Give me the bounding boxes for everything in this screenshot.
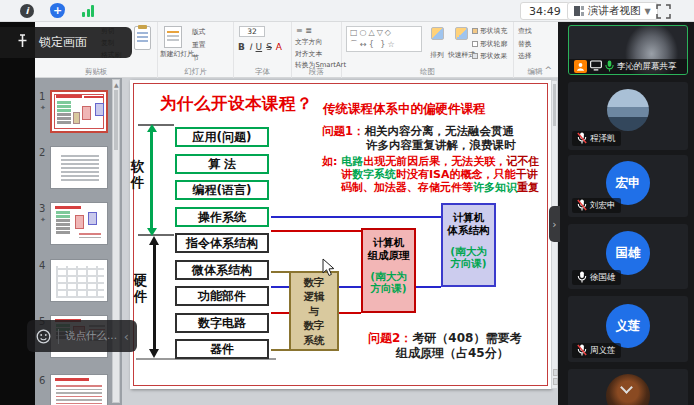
pin-icon	[16, 34, 29, 51]
next-slide-button[interactable]	[553, 378, 558, 385]
slide-thumbnail-panel: 1 ✦ 2 3 ✦ 4	[35, 78, 122, 405]
slide-thumbnail-1[interactable]	[50, 90, 108, 133]
network-signal-icon	[82, 5, 96, 17]
participant-tile[interactable]: 程泽凯	[568, 82, 688, 150]
meeting-topbar: i + 34:49 演讲者视图 ▼	[0, 0, 694, 22]
slide-subtitle: 传统课程体系中的偏硬件课程	[323, 101, 486, 118]
slide-thumbnail-4[interactable]	[50, 259, 108, 302]
meeting-app-window: i + 34:49 演讲者视图 ▼ 剪切 复制 格式刷	[0, 0, 694, 405]
text-direction-button[interactable]: 文字方向	[295, 38, 346, 47]
screen-share-icon	[590, 60, 602, 73]
participant-name: 李沁的屏幕共享	[617, 61, 677, 73]
paste-button[interactable]	[134, 26, 151, 50]
ribbon-group-paragraph: ≡ ≣ 文字方向 对齐文本 转换为SmartArt 段落	[292, 22, 342, 78]
layout-button[interactable]: 版式	[192, 28, 206, 37]
layer-application: 应用(问题)	[175, 127, 269, 147]
layer-isa: 指令体系结构	[175, 233, 269, 253]
shapes-gallery[interactable]: □○△▽◇⌒↔{ }☆	[346, 26, 422, 52]
shape-fill-button[interactable]: 形状填充	[472, 27, 507, 36]
participant-name: 程泽凯	[590, 133, 616, 145]
section-button[interactable]: 节	[192, 54, 206, 63]
new-slide-button[interactable]: 新建幻灯片	[160, 50, 188, 59]
participant-tile[interactable]: 义莲 周义莲	[568, 296, 688, 362]
mic-on-icon	[605, 60, 614, 74]
slide-title: 为什么开设本课程？	[160, 93, 313, 115]
layer-programming: 编程(语言)	[175, 180, 269, 200]
select-button[interactable]: 选择	[518, 52, 532, 61]
animation-star-icon: ✦	[40, 104, 46, 112]
quick-styles-icon	[455, 27, 468, 40]
strikethrough-button[interactable]: S	[266, 42, 272, 52]
computer-architecture-course-box: 计算机 体系结构 (南大为 方向课)	[441, 203, 496, 287]
connector-os-to-architecture	[271, 216, 441, 218]
layer-functional-units: 功能部件	[175, 286, 269, 306]
problem1-text: 问题1：相关内容分离，无法融会贯通 许多内容重复讲解，浪费课时	[322, 124, 516, 152]
replace-button[interactable]: 替换	[518, 40, 532, 49]
reset-button[interactable]: 重置	[192, 41, 206, 50]
collapse-chat-icon[interactable]: ‹	[124, 329, 129, 344]
participant-name: 刘宏申	[590, 200, 616, 212]
lock-view-tooltip[interactable]: 锁定画面	[0, 27, 132, 58]
layer-microarch: 微体系结构	[175, 260, 269, 280]
bullet-list-icons[interactable]: ≡ ≣	[296, 26, 312, 35]
font-color-button[interactable]: A	[276, 42, 282, 52]
presenter-badge-icon	[574, 60, 587, 73]
arrange-button[interactable]: 排列	[426, 27, 448, 61]
connector-isa-to-organization	[271, 230, 361, 232]
participant-tile[interactable]: 国雄 徐国雄	[568, 224, 688, 289]
meeting-timer: 34:49	[520, 2, 570, 20]
connector-tan-bottom	[271, 349, 289, 351]
mic-muted-icon	[577, 344, 587, 358]
hardware-arrow	[153, 244, 156, 350]
info-icon[interactable]: i	[20, 4, 34, 18]
slide-thumbnail-6[interactable]	[50, 374, 108, 405]
quick-styles-button[interactable]: 快速样式	[448, 27, 474, 61]
participants-panel: 李沁的屏幕共享 程泽凯 宏申 刘宏申 国雄	[558, 22, 694, 405]
align-text-button[interactable]: 对齐文本	[295, 50, 346, 59]
slide-canvas-area: 为什么开设本课程？ 传统课程体系中的偏硬件课程 软 件 硬 件 应用(问题	[122, 78, 558, 405]
shape-outline-button[interactable]: 形状轮廓	[472, 40, 507, 49]
animation-star-icon: ✦	[40, 216, 46, 224]
chat-input-placeholder[interactable]: 说点什么...	[65, 329, 124, 343]
collapse-ribbon-button[interactable]: ^	[544, 65, 552, 75]
thumbnail-scrollbar[interactable]: ▲	[112, 79, 120, 403]
thumb-number: 2	[39, 147, 45, 158]
new-slide-icon[interactable]	[164, 26, 182, 48]
screen-share-region: 剪切 复制 格式刷 剪贴板 新建幻灯片 版式 重置 节 幻灯片	[0, 22, 558, 405]
thumb-number: 4	[39, 260, 45, 271]
thumb-number: 1	[39, 91, 45, 102]
font-size-input[interactable]: 32	[239, 26, 265, 37]
fullscreen-icon[interactable]	[656, 4, 671, 19]
panel-collapse-handle[interactable]: ›	[549, 206, 560, 242]
current-slide[interactable]: 为什么开设本课程？ 传统课程体系中的偏硬件课程 软 件 硬 件 应用(问题	[130, 80, 551, 389]
participant-tile[interactable]	[568, 369, 688, 405]
mic-muted-icon	[577, 132, 587, 146]
thumb-number: 6	[39, 375, 45, 386]
protection-shield-icon[interactable]: +	[50, 3, 65, 18]
connector-tan-top	[271, 271, 289, 273]
ribbon-group-font: 32 B I U S A 字体	[234, 22, 292, 78]
ribbon-group-slides: 新建幻灯片 版式 重置 节 幻灯片	[158, 22, 234, 78]
bold-button[interactable]: B	[238, 42, 245, 52]
previous-slide-button[interactable]	[553, 369, 558, 376]
layer-algorithm: 算 法	[175, 154, 269, 174]
layer-devices: 器件	[175, 339, 269, 359]
example-text: 如: 电路出现无前因后果，无法关联，记不住 讲数字系统时没有ISA的概念，只能干…	[322, 155, 539, 194]
emoji-icon[interactable]	[36, 329, 51, 344]
italic-button[interactable]: I	[249, 42, 252, 52]
speaker-view-button[interactable]: 演讲者视图 ▼	[567, 2, 658, 20]
shape-effects-button[interactable]: 形状效果	[472, 52, 507, 61]
avatar: 国雄	[606, 231, 650, 275]
slide-thumbnail-3[interactable]	[50, 202, 108, 245]
software-arrow	[150, 131, 153, 229]
avatar	[607, 89, 649, 131]
mic-muted-icon	[577, 199, 587, 213]
digital-logic-course-box: 数字 逻辑 与 数字 系统	[289, 271, 339, 351]
layout-view-icon	[574, 6, 584, 16]
underline-button[interactable]: U	[256, 42, 263, 52]
slide-thumbnail-2[interactable]	[50, 146, 108, 189]
participant-tile-sharer[interactable]: 李沁的屏幕共享	[568, 25, 688, 75]
find-button[interactable]: 查找	[518, 27, 532, 36]
participant-tile[interactable]: 宏申 刘宏申	[568, 155, 688, 217]
chat-quickbar[interactable]: 说点什么... ‹	[27, 320, 137, 352]
